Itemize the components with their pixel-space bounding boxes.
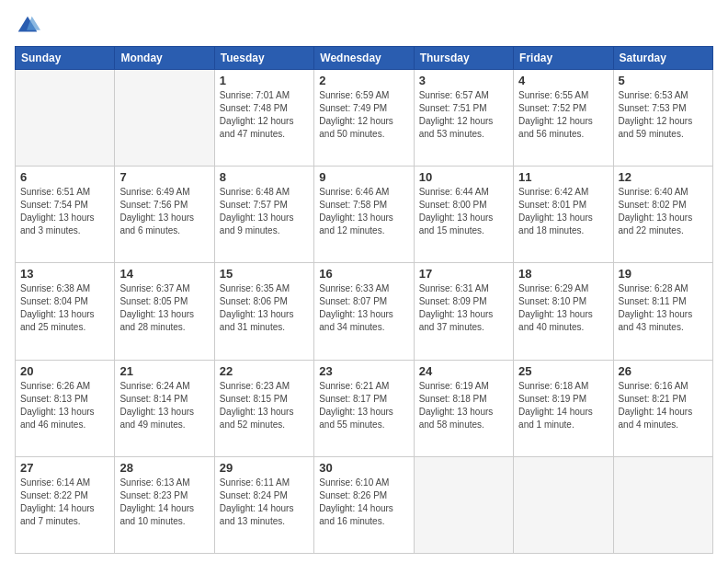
day-info: Sunrise: 6:42 AM Sunset: 8:01 PM Dayligh… (518, 186, 608, 237)
calendar-cell: 5Sunrise: 6:53 AM Sunset: 7:53 PM Daylig… (613, 70, 712, 167)
day-info: Sunrise: 6:46 AM Sunset: 7:58 PM Dayligh… (319, 186, 408, 237)
calendar-cell: 29Sunrise: 6:11 AM Sunset: 8:24 PM Dayli… (214, 456, 313, 553)
day-number: 10 (419, 170, 508, 184)
calendar-cell: 12Sunrise: 6:40 AM Sunset: 8:02 PM Dayli… (613, 167, 712, 263)
day-info: Sunrise: 6:38 AM Sunset: 8:04 PM Dayligh… (20, 282, 109, 334)
calendar-week-1: 1Sunrise: 7:01 AM Sunset: 7:48 PM Daylig… (16, 70, 713, 167)
day-info: Sunrise: 6:40 AM Sunset: 8:02 PM Dayligh… (619, 186, 708, 237)
day-number: 12 (619, 170, 708, 184)
day-number: 3 (419, 74, 508, 87)
day-info: Sunrise: 6:44 AM Sunset: 8:00 PM Dayligh… (419, 186, 508, 237)
day-info: Sunrise: 6:59 AM Sunset: 7:49 PM Dayligh… (319, 89, 408, 141)
day-info: Sunrise: 6:51 AM Sunset: 7:54 PM Dayligh… (20, 186, 109, 237)
day-number: 21 (119, 364, 209, 378)
day-number: 1 (220, 74, 309, 87)
day-info: Sunrise: 6:35 AM Sunset: 8:06 PM Dayligh… (220, 282, 309, 334)
logo (15, 13, 44, 39)
calendar-cell: 19Sunrise: 6:28 AM Sunset: 8:11 PM Dayli… (613, 263, 712, 360)
calendar-cell: 13Sunrise: 6:38 AM Sunset: 8:04 PM Dayli… (16, 263, 115, 360)
weekday-header-thursday: Thursday (414, 47, 513, 70)
calendar-cell: 15Sunrise: 6:35 AM Sunset: 8:06 PM Dayli… (214, 263, 313, 360)
calendar-cell (613, 456, 712, 553)
calendar-cell: 26Sunrise: 6:16 AM Sunset: 8:21 PM Dayli… (613, 360, 712, 456)
day-number: 23 (319, 364, 408, 378)
calendar-cell: 1Sunrise: 7:01 AM Sunset: 7:48 PM Daylig… (214, 70, 313, 167)
calendar-cell (16, 70, 115, 167)
day-number: 4 (518, 74, 608, 87)
day-number: 18 (518, 267, 608, 281)
day-number: 29 (220, 461, 309, 475)
day-number: 19 (619, 267, 708, 281)
calendar-cell: 8Sunrise: 6:48 AM Sunset: 7:57 PM Daylig… (214, 167, 313, 263)
weekday-header-saturday: Saturday (613, 47, 712, 70)
day-info: Sunrise: 6:55 AM Sunset: 7:52 PM Dayligh… (518, 89, 608, 141)
day-info: Sunrise: 6:16 AM Sunset: 8:21 PM Dayligh… (619, 380, 708, 431)
calendar-cell: 18Sunrise: 6:29 AM Sunset: 8:10 PM Dayli… (514, 263, 613, 360)
calendar-cell: 11Sunrise: 6:42 AM Sunset: 8:01 PM Dayli… (514, 167, 613, 263)
weekday-header-tuesday: Tuesday (214, 47, 313, 70)
day-info: Sunrise: 6:26 AM Sunset: 8:13 PM Dayligh… (20, 380, 109, 431)
calendar-cell: 27Sunrise: 6:14 AM Sunset: 8:22 PM Dayli… (16, 456, 115, 553)
day-number: 25 (518, 364, 608, 378)
day-info: Sunrise: 6:29 AM Sunset: 8:10 PM Dayligh… (518, 282, 608, 334)
calendar-table: SundayMondayTuesdayWednesdayThursdayFrid… (15, 46, 713, 554)
calendar-cell: 23Sunrise: 6:21 AM Sunset: 8:17 PM Dayli… (314, 360, 414, 456)
day-number: 17 (419, 267, 508, 281)
day-info: Sunrise: 6:23 AM Sunset: 8:15 PM Dayligh… (220, 380, 309, 431)
calendar-cell: 14Sunrise: 6:37 AM Sunset: 8:05 PM Dayli… (115, 263, 214, 360)
day-number: 24 (419, 364, 508, 378)
day-number: 22 (220, 364, 309, 378)
day-number: 9 (319, 170, 408, 184)
day-number: 20 (20, 364, 109, 378)
calendar-cell: 20Sunrise: 6:26 AM Sunset: 8:13 PM Dayli… (16, 360, 115, 456)
day-info: Sunrise: 6:37 AM Sunset: 8:05 PM Dayligh… (119, 282, 209, 334)
day-number: 7 (119, 170, 209, 184)
day-info: Sunrise: 6:19 AM Sunset: 8:18 PM Dayligh… (419, 380, 508, 431)
day-number: 2 (319, 74, 408, 87)
calendar-cell: 30Sunrise: 6:10 AM Sunset: 8:26 PM Dayli… (314, 456, 414, 553)
weekday-header-monday: Monday (115, 47, 214, 70)
day-info: Sunrise: 7:01 AM Sunset: 7:48 PM Dayligh… (220, 89, 309, 141)
calendar-cell: 17Sunrise: 6:31 AM Sunset: 8:09 PM Dayli… (414, 263, 513, 360)
day-info: Sunrise: 6:57 AM Sunset: 7:51 PM Dayligh… (419, 89, 508, 141)
calendar-cell: 16Sunrise: 6:33 AM Sunset: 8:07 PM Dayli… (314, 263, 414, 360)
calendar-cell: 21Sunrise: 6:24 AM Sunset: 8:14 PM Dayli… (115, 360, 214, 456)
day-number: 8 (220, 170, 309, 184)
day-info: Sunrise: 6:21 AM Sunset: 8:17 PM Dayligh… (319, 380, 408, 431)
day-number: 30 (319, 461, 408, 475)
calendar-cell: 9Sunrise: 6:46 AM Sunset: 7:58 PM Daylig… (314, 167, 414, 263)
calendar-cell: 28Sunrise: 6:13 AM Sunset: 8:23 PM Dayli… (115, 456, 214, 553)
calendar-week-2: 6Sunrise: 6:51 AM Sunset: 7:54 PM Daylig… (16, 167, 713, 263)
day-info: Sunrise: 6:49 AM Sunset: 7:56 PM Dayligh… (119, 186, 209, 237)
calendar-cell: 25Sunrise: 6:18 AM Sunset: 8:19 PM Dayli… (514, 360, 613, 456)
day-number: 13 (20, 267, 109, 281)
day-info: Sunrise: 6:31 AM Sunset: 8:09 PM Dayligh… (419, 282, 508, 334)
weekday-header-friday: Friday (514, 47, 613, 70)
day-number: 6 (20, 170, 109, 184)
calendar-cell: 24Sunrise: 6:19 AM Sunset: 8:18 PM Dayli… (414, 360, 513, 456)
calendar-week-5: 27Sunrise: 6:14 AM Sunset: 8:22 PM Dayli… (16, 456, 713, 553)
day-info: Sunrise: 6:53 AM Sunset: 7:53 PM Dayligh… (619, 89, 708, 141)
day-info: Sunrise: 6:11 AM Sunset: 8:24 PM Dayligh… (220, 477, 309, 528)
day-info: Sunrise: 6:33 AM Sunset: 8:07 PM Dayligh… (319, 282, 408, 334)
day-info: Sunrise: 6:24 AM Sunset: 8:14 PM Dayligh… (119, 380, 209, 431)
day-number: 16 (319, 267, 408, 281)
calendar-cell (115, 70, 214, 167)
calendar-cell (514, 456, 613, 553)
calendar-week-4: 20Sunrise: 6:26 AM Sunset: 8:13 PM Dayli… (16, 360, 713, 456)
calendar-cell: 2Sunrise: 6:59 AM Sunset: 7:49 PM Daylig… (314, 70, 414, 167)
calendar-cell (414, 456, 513, 553)
day-info: Sunrise: 6:28 AM Sunset: 8:11 PM Dayligh… (619, 282, 708, 334)
day-number: 5 (619, 74, 708, 87)
calendar-cell: 22Sunrise: 6:23 AM Sunset: 8:15 PM Dayli… (214, 360, 313, 456)
day-number: 14 (119, 267, 209, 281)
page: SundayMondayTuesdayWednesdayThursdayFrid… (0, 0, 728, 563)
day-number: 15 (220, 267, 309, 281)
day-info: Sunrise: 6:48 AM Sunset: 7:57 PM Dayligh… (220, 186, 309, 237)
day-number: 11 (518, 170, 608, 184)
header (15, 13, 713, 39)
calendar-cell: 4Sunrise: 6:55 AM Sunset: 7:52 PM Daylig… (514, 70, 613, 167)
logo-icon (15, 13, 40, 39)
calendar-cell: 7Sunrise: 6:49 AM Sunset: 7:56 PM Daylig… (115, 167, 214, 263)
weekday-header-row: SundayMondayTuesdayWednesdayThursdayFrid… (16, 47, 713, 70)
